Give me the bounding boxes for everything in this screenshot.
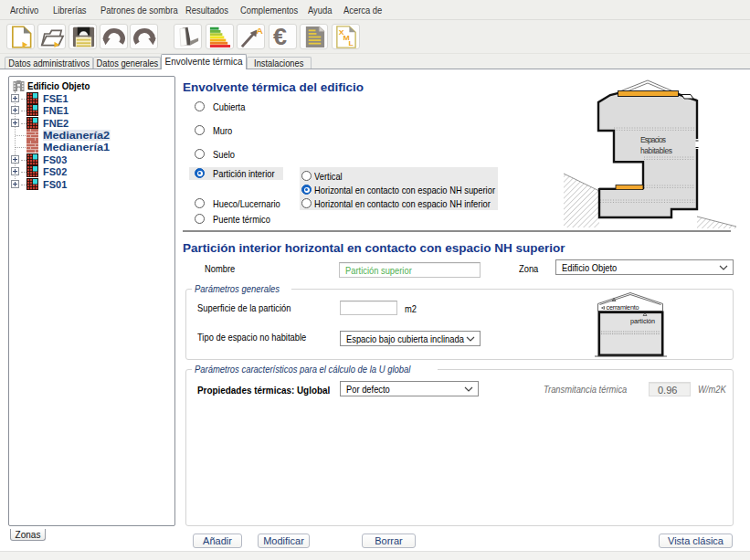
svg-text:partición: partición — [630, 317, 655, 325]
svg-text:Espacios: Espacios — [640, 135, 666, 144]
svg-text:€: € — [273, 26, 287, 48]
svg-text:L: L — [348, 38, 353, 48]
svg-text:cerramiento: cerramiento — [607, 303, 639, 312]
svg-text:habitables: habitables — [640, 146, 672, 155]
svg-text:A: A — [256, 26, 263, 36]
